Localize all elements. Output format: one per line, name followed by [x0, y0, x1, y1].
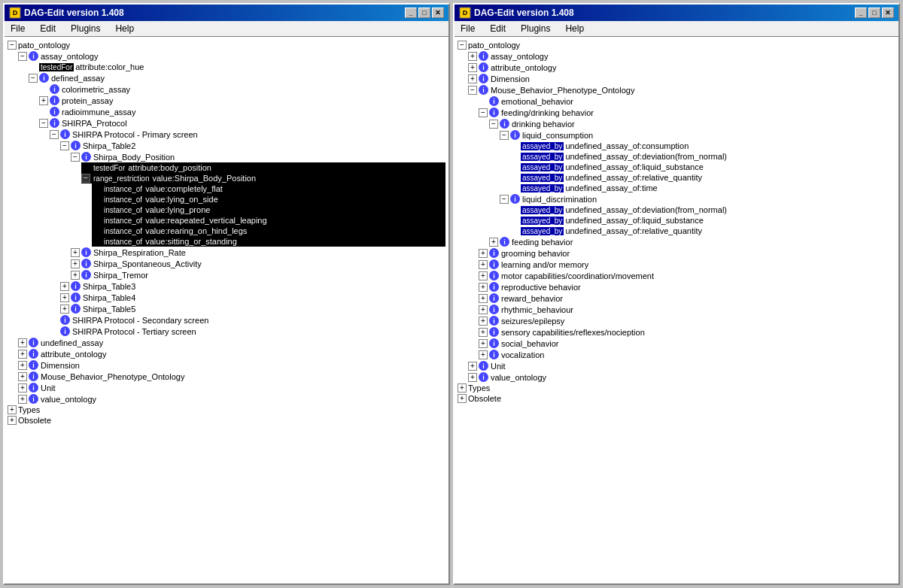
tree-row[interactable]: assayed_by undefined_assay_of:liquid_sub… — [510, 162, 895, 172]
tree-row[interactable]: + Obsolete — [8, 415, 445, 426]
tree-row[interactable]: instance_of value:sitting_or_standing — [92, 236, 445, 247]
tree-row[interactable]: − i assay_ontology — [18, 50, 445, 62]
expand-icon[interactable]: + — [60, 305, 69, 314]
tree-row[interactable]: + Obsolete — [458, 393, 895, 404]
tree-row[interactable]: + i Mouse_Behavior_Phenotype_Ontology — [18, 371, 445, 382]
tree-row[interactable]: instance_of value:reapeated_vertical_lea… — [92, 215, 445, 226]
expand-icon[interactable]: + — [468, 373, 477, 382]
tree-row[interactable]: + i Unit — [18, 382, 445, 393]
tree-row[interactable]: assayed_by undefined_assay_of:consumptio… — [510, 141, 895, 151]
tree-row[interactable]: − i Shirpa_Body_Position — [71, 151, 445, 162]
tree-row[interactable]: instance_of value:completely_flat — [92, 183, 445, 194]
tree-row[interactable]: i colorimetric_assay — [39, 83, 445, 95]
tree-row[interactable]: − i SHIRPA Protocol - Primary screen — [50, 129, 445, 140]
tree-row[interactable]: + i rhythmic_behaviour — [479, 304, 895, 315]
expand-icon[interactable]: + — [71, 259, 80, 268]
tree-row[interactable]: testedFor attribute:color_hue — [29, 62, 445, 72]
expand-icon[interactable]: + — [479, 305, 488, 314]
tree-row[interactable]: + i Shirpa_Table4 — [60, 292, 445, 303]
tree-row[interactable]: testedFor attribute:body_position — [81, 162, 445, 173]
right-tree[interactable]: − pato_ontology + i assay_ontology + i a… — [455, 37, 898, 583]
expand-icon[interactable]: + — [18, 383, 27, 393]
minimize-button[interactable]: _ — [405, 8, 417, 18]
expand-icon[interactable]: + — [458, 394, 467, 403]
tree-row[interactable]: − i liquid_discrimination — [500, 193, 895, 205]
tree-row[interactable]: assayed_by undefined_assay_of:deviation(… — [510, 151, 895, 162]
expand-icon[interactable]: + — [60, 282, 69, 291]
tree-row[interactable]: + i Dimension — [18, 359, 445, 371]
menu-edit-right[interactable]: Edit — [487, 23, 509, 35]
expand-icon[interactable]: + — [468, 63, 477, 72]
tree-row[interactable]: i SHIRPA Protocol - Secondary screen — [50, 314, 445, 326]
expand-icon[interactable]: − — [18, 52, 27, 61]
menu-help-left[interactable]: Help — [112, 23, 137, 35]
tree-row[interactable]: − i Mouse_Behavior_Phenotype_Ontology — [468, 84, 895, 95]
tree-row[interactable]: − i liquid_consumption — [500, 129, 895, 141]
tree-row[interactable]: + i Shirpa_Spontaneous_Activity — [71, 258, 445, 269]
tree-row[interactable]: + i vocalization — [479, 349, 895, 360]
tree-row[interactable]: + i Shirpa_Table3 — [60, 280, 445, 292]
tree-row[interactable]: assayed_by undefined_assay_of:relative_q… — [510, 226, 895, 236]
menu-file-left[interactable]: File — [8, 23, 28, 35]
tree-row[interactable]: + Types — [8, 405, 445, 415]
expand-icon[interactable]: + — [18, 350, 27, 359]
expand-icon[interactable]: + — [18, 361, 27, 370]
tree-row[interactable]: − i Shirpa_Table2 — [60, 140, 445, 151]
expand-icon[interactable]: + — [39, 96, 48, 105]
maximize-button-right[interactable]: □ — [868, 8, 880, 18]
expand-icon[interactable]: + — [479, 317, 488, 326]
expand-icon[interactable]: + — [458, 383, 467, 393]
expand-icon[interactable]: + — [60, 293, 69, 302]
expand-icon[interactable]: + — [468, 52, 477, 61]
expand-icon[interactable]: + — [479, 271, 488, 280]
tree-row[interactable]: assayed_by undefined_assay_of:relative_q… — [510, 172, 895, 183]
expand-icon[interactable]: + — [71, 271, 80, 280]
expand-icon[interactable]: + — [479, 294, 488, 303]
tree-row[interactable]: + i assay_ontology — [468, 50, 895, 62]
tree-row[interactable]: + i protein_assay — [39, 95, 445, 106]
expand-icon[interactable]: + — [489, 238, 498, 247]
tree-row[interactable]: + i value_ontology — [18, 393, 445, 405]
expand-icon[interactable]: − — [500, 131, 509, 140]
expand-icon[interactable]: + — [479, 350, 488, 359]
tree-row[interactable]: + i reproductive behavior — [479, 281, 895, 292]
tree-row[interactable]: + i undefined_assay — [18, 337, 445, 348]
tree-row[interactable]: + i value_ontology — [468, 371, 895, 383]
tree-row[interactable]: − i feeding/drinking behavior — [479, 107, 895, 118]
tree-row[interactable]: assayed_by undefined_assay_of:deviation(… — [510, 205, 895, 215]
expand-icon[interactable]: + — [468, 74, 477, 83]
expand-icon[interactable]: + — [18, 372, 27, 381]
tree-row[interactable]: + i Unit — [468, 360, 895, 371]
menu-file-right[interactable]: File — [458, 23, 478, 35]
expand-icon[interactable]: + — [479, 339, 488, 348]
tree-row[interactable]: instance_of value:lying_prone — [92, 205, 445, 215]
maximize-button[interactable]: □ — [418, 8, 430, 18]
tree-row[interactable]: + i feeding behavior — [489, 236, 895, 247]
close-button[interactable]: ✕ — [432, 8, 444, 18]
tree-row[interactable]: + i seizures/epilepsy — [479, 315, 895, 326]
minimize-button-right[interactable]: _ — [855, 8, 867, 18]
tree-row[interactable]: + i Shirpa_Tremor — [71, 269, 445, 280]
tree-row[interactable]: + i social_behavior — [479, 338, 895, 349]
tree-row[interactable]: instance_of value:lying_on_side — [92, 194, 445, 205]
expand-icon[interactable]: − — [479, 108, 488, 117]
expand-icon[interactable]: + — [468, 362, 477, 371]
expand-icon[interactable]: − — [489, 120, 498, 129]
tree-row[interactable]: + i Shirpa_Respiration_Rate — [71, 247, 445, 258]
tree-row[interactable]: + i grooming behavior — [479, 247, 895, 259]
tree-row[interactable]: + i motor capabilities/coordination/move… — [479, 270, 895, 281]
expand-icon[interactable]: − — [71, 153, 80, 162]
tree-row[interactable]: + i reward_behavior — [479, 292, 895, 304]
tree-row[interactable]: + i Dimension — [468, 73, 895, 84]
expand-icon[interactable]: + — [8, 416, 17, 425]
tree-row[interactable]: − pato_ontology — [458, 40, 895, 50]
tree-row[interactable]: i SHIRPA Protocol - Tertiary screen — [50, 326, 445, 337]
expand-icon[interactable]: + — [479, 260, 488, 269]
expand-icon[interactable]: − — [468, 86, 477, 95]
tree-row[interactable]: + i sensory capabilities/reflexes/nociep… — [479, 326, 895, 338]
expand-icon[interactable]: − — [81, 174, 90, 183]
expand-icon[interactable]: + — [8, 405, 17, 414]
tree-row[interactable]: instance_of value:rearing_on_hind_legs — [92, 226, 445, 236]
menu-help-right[interactable]: Help — [562, 23, 587, 35]
expand-icon[interactable]: − — [60, 141, 69, 150]
